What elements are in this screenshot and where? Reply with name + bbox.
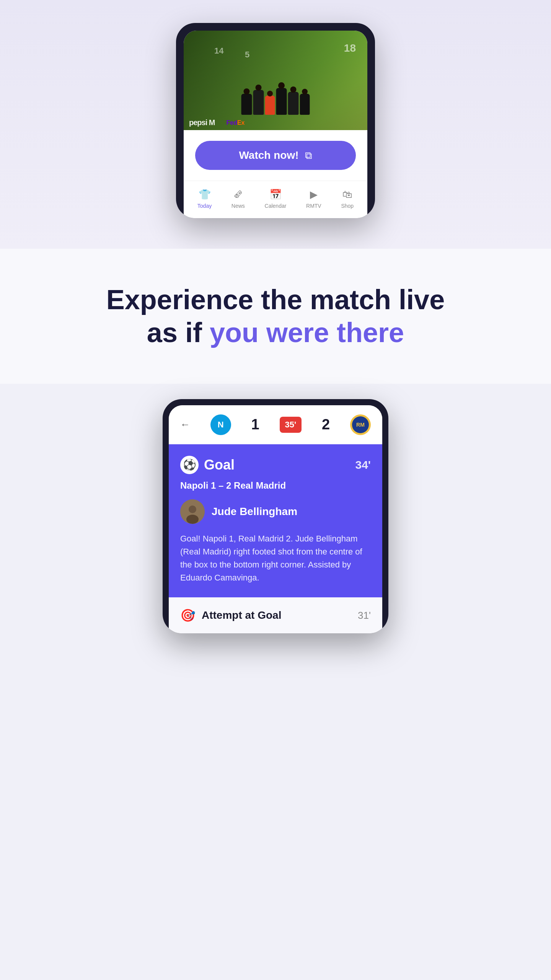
goal-title-row: ⚽ Goal <box>180 456 235 474</box>
goal-time: 34' <box>355 458 371 471</box>
attempt-title: Attempt at Goal <box>202 609 281 621</box>
phone-inner-top: pepsi M FedEx 18 14 5 Watch now! ⧉ 👕 <box>184 31 367 218</box>
calendar-label: Calendar <box>265 203 287 209</box>
goal-score-text: Napoli 1 – 2 Real Madrid <box>180 480 371 491</box>
phone-frame-top: pepsi M FedEx 18 14 5 Watch now! ⧉ 👕 <box>176 23 375 218</box>
tagline-line1: Experience the match live <box>106 284 445 315</box>
rmtv-icon: ▶ <box>310 189 318 201</box>
svg-point-5 <box>186 515 199 524</box>
scorer-name: Jude Bellingham <box>212 505 297 518</box>
nav-news[interactable]: 🗞 News <box>231 189 245 209</box>
watch-now-label: Watch now! <box>239 149 298 161</box>
scorer-avatar <box>180 499 205 524</box>
today-icon: 👕 <box>199 189 211 201</box>
tagline-line2-highlight: you were there <box>210 317 404 348</box>
attempt-time: 31' <box>358 610 371 621</box>
bottom-nav: 👕 Today 🗞 News 📅 Calendar ▶ RMTV 🛍 <box>184 181 367 218</box>
calendar-icon: 📅 <box>269 189 282 201</box>
goal-header: ⚽ Goal 34' <box>180 456 371 474</box>
match-time-badge: 35' <box>280 417 302 433</box>
nav-rmtv[interactable]: ▶ RMTV <box>306 189 321 209</box>
phone-frame-bottom: ← N 1 35' 2 RM <box>163 399 388 633</box>
watch-now-button[interactable]: Watch now! ⧉ <box>195 141 356 170</box>
goal-description: Goal! Napoli 1, Real Madrid 2. Jude Bell… <box>180 532 371 584</box>
tagline: Experience the match live as if you were… <box>103 283 448 349</box>
bottom-section: ← N 1 35' 2 RM <box>0 384 551 656</box>
middle-section: Experience the match live as if you were… <box>0 249 551 384</box>
back-button[interactable]: ← <box>180 419 190 430</box>
shop-icon: 🛍 <box>342 189 352 201</box>
news-icon: 🗞 <box>233 189 243 201</box>
real-madrid-logo: RM <box>350 414 371 435</box>
external-link-icon: ⧉ <box>305 150 312 161</box>
goal-title: Goal <box>204 457 235 473</box>
score-header: ← N 1 35' 2 RM <box>169 405 382 444</box>
match-image: pepsi M FedEx 18 14 5 <box>184 31 367 130</box>
tagline-line2-plain: as if <box>147 317 210 348</box>
news-label: News <box>231 203 245 209</box>
scorer-row: Jude Bellingham <box>180 499 371 524</box>
rmtv-label: RMTV <box>306 203 321 209</box>
fedex-sponsor: FedEx <box>226 119 245 126</box>
away-score: 2 <box>322 416 330 433</box>
nav-calendar[interactable]: 📅 Calendar <box>265 189 287 209</box>
home-score: 1 <box>251 416 259 433</box>
today-label: Today <box>197 203 212 209</box>
attempt-icon: 🎯 <box>180 608 196 623</box>
attempt-card: 🎯 Attempt at Goal 31' <box>169 597 382 633</box>
svg-point-4 <box>189 505 196 513</box>
top-section: pepsi M FedEx 18 14 5 Watch now! ⧉ 👕 <box>0 0 551 249</box>
napoli-logo: N <box>210 414 231 435</box>
soccer-ball-icon: ⚽ <box>180 456 199 474</box>
nav-today[interactable]: 👕 Today <box>197 189 212 209</box>
phone-inner-bottom: ← N 1 35' 2 RM <box>169 405 382 633</box>
goal-card: ⚽ Goal 34' Napoli 1 – 2 Real Madrid <box>169 444 382 597</box>
nav-shop[interactable]: 🛍 Shop <box>341 189 354 209</box>
pepsi-sponsor: pepsi M <box>189 118 215 127</box>
shop-label: Shop <box>341 203 354 209</box>
svg-text:RM: RM <box>356 422 365 428</box>
